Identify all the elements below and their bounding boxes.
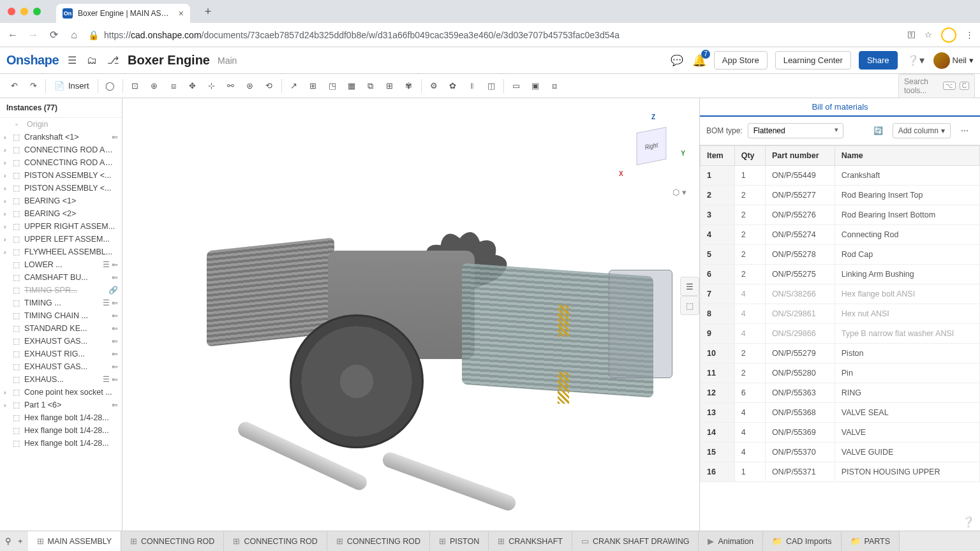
tool-icon[interactable]: ✿ — [444, 77, 462, 95]
tool-icon[interactable]: ⊞ — [381, 77, 399, 95]
bom-row[interactable]: 11ON/P/55449Crankshaft — [701, 166, 980, 186]
expand-icon[interactable]: › — [4, 236, 10, 243]
expand-icon[interactable]: › — [4, 159, 10, 166]
tree-item[interactable]: ›⬚BEARING <1> — [0, 195, 122, 207]
forward-icon[interactable]: → — [27, 29, 40, 41]
gear-icon[interactable]: ⚙ — [425, 77, 443, 95]
expand-icon[interactable]: › — [4, 402, 10, 409]
bom-row[interactable]: 62ON/P/55275Linking Arm Bushing — [701, 265, 980, 284]
tree-item[interactable]: ›⬚PISTON ASSEMBLY <... — [0, 182, 122, 195]
tool-icon[interactable]: ◫ — [482, 77, 500, 95]
expand-icon[interactable]: › — [4, 249, 10, 256]
add-column-button[interactable]: Add column ▾ — [893, 123, 951, 138]
url-field[interactable]: 🔒 https://cad.onshape.com/documents/73ca… — [88, 30, 900, 40]
tool-icon[interactable]: ▣ — [526, 77, 544, 95]
browser-tab[interactable]: On Boxer Engine | MAIN ASSEMBL × — [56, 4, 190, 23]
maximize-window-icon[interactable] — [33, 8, 41, 15]
expand-icon[interactable]: › — [4, 185, 10, 192]
app-store-button[interactable]: App Store — [714, 51, 768, 70]
tree-item[interactable]: ⬚TIMING ...☰ ⇐ — [0, 297, 122, 309]
help-corner-icon[interactable]: ❔ — [962, 516, 975, 528]
bottom-tab[interactable]: ⊞CONNECTING ROD — [327, 531, 430, 551]
kebab-menu-icon[interactable]: ⋮ — [965, 30, 974, 40]
bom-row[interactable]: 126ON/P/55363RING — [701, 383, 980, 403]
bottom-tab[interactable]: ⊞CONNECTING ROD — [224, 531, 327, 551]
bom-row[interactable]: 161ON/P/55371PISTON HOUSING UPPER — [701, 462, 980, 482]
search-tools-input[interactable]: Search tools... ⌥C — [898, 74, 975, 98]
tool-icon[interactable]: ◳ — [323, 77, 341, 95]
notification-bell-icon[interactable]: 🔔7 — [692, 54, 706, 68]
new-tab-button[interactable]: + — [199, 3, 217, 20]
tree-item[interactable]: ⬚Hex flange bolt 1/4-28... — [0, 437, 122, 450]
tool-icon[interactable]: ▦ — [343, 77, 360, 95]
home-icon[interactable]: ⌂ — [68, 29, 80, 41]
bottom-tab[interactable]: ▶Animation — [699, 531, 763, 551]
tree-item[interactable]: ›⬚Part 1 <6>⇐ — [0, 399, 122, 411]
share-button[interactable]: Share — [859, 51, 898, 70]
tree-item[interactable]: ›⬚FLYWHEEL ASSEMBL... — [0, 246, 122, 258]
tree-item[interactable]: ›⬚CONNECTING ROD AS... — [0, 156, 122, 169]
tree-item[interactable]: ⬚EXHAUST RIG...⇐ — [0, 348, 122, 360]
tree-item[interactable]: ⬚EXHAUS...☰ ⇐ — [0, 373, 122, 386]
tool-icon[interactable]: ⧇ — [165, 77, 182, 95]
bom-row[interactable]: 22ON/P/55277Rod Bearing Insert Top — [701, 186, 980, 205]
back-icon[interactable]: ← — [6, 29, 19, 41]
bottom-tab[interactable]: ⊞PISTON — [430, 531, 489, 551]
view-cube[interactable]: Right Z Y X — [616, 111, 687, 181]
tool-icon[interactable]: ⦀ — [463, 77, 481, 95]
tool-icon[interactable]: ✥ — [184, 77, 202, 95]
bom-row[interactable]: 112ON/P/55280Pin — [701, 364, 980, 383]
tool-icon[interactable]: ⧉ — [362, 77, 380, 95]
tool-icon[interactable]: ✾ — [400, 77, 418, 95]
insert-button[interactable]: 📄Insert — [49, 78, 94, 93]
onshape-logo[interactable]: Onshape — [6, 53, 59, 68]
tree-item[interactable]: ⬚Hex flange bolt 1/4-28... — [0, 411, 122, 424]
col-part-number[interactable]: Part number — [765, 146, 835, 166]
bottom-tab[interactable]: ⊞CRANKSHAFT — [489, 531, 572, 551]
tree-item[interactable]: ⬚CAMSHAFT BU...⇐ — [0, 271, 122, 284]
tree-item[interactable]: ⬚Hex flange bolt 1/4-28... — [0, 424, 122, 437]
bottom-tab[interactable]: ⊞CONNECTING ROD — [121, 531, 224, 551]
expand-icon[interactable]: › — [4, 223, 10, 230]
expand-icon[interactable]: › — [4, 134, 10, 141]
tab-overview-icon[interactable]: ⚲ — [5, 536, 11, 546]
menu-icon[interactable]: ☰ — [66, 53, 78, 68]
tool-icon[interactable]: ◯ — [101, 77, 119, 95]
tool-icon[interactable]: ⊕ — [145, 77, 163, 95]
tool-icon[interactable]: ⊞ — [304, 77, 322, 95]
bom-row[interactable]: 32ON/P/55276Rod Bearing Insert Bottom — [701, 205, 980, 225]
tree-item[interactable]: ›⬚Cone point hex socket ... — [0, 386, 122, 399]
tree-item[interactable]: ⬚TIMING CHAIN ...⇐ — [0, 309, 122, 322]
undo-icon[interactable]: ↶ — [5, 77, 23, 95]
tree-icon[interactable]: 🗂 — [85, 54, 98, 68]
col-qty[interactable]: Qty — [734, 146, 765, 166]
bom-row[interactable]: 154ON/P/55370VALVE GUIDE — [701, 443, 980, 462]
close-window-icon[interactable] — [8, 8, 15, 15]
tree-item[interactable]: ⬚TIMING SPR...🔗 — [0, 284, 122, 297]
bom-row[interactable]: 74ON/S/38266Hex flange bolt ANSI — [701, 284, 980, 304]
bom-refresh-icon[interactable]: 🔄 — [870, 122, 887, 140]
tab-close-icon[interactable]: × — [179, 8, 184, 18]
tool-icon[interactable]: ⧈ — [546, 77, 563, 95]
branch-icon[interactable]: ⎇ — [106, 53, 120, 68]
minimize-window-icon[interactable] — [20, 8, 28, 15]
tree-item[interactable]: ›⬚UPPER LEFT ASSEM... — [0, 233, 122, 246]
view-cube-dropdown-icon[interactable]: ⬡ ▾ — [672, 187, 687, 197]
tree-item[interactable]: ›⬚Crankshaft <1>⇐ — [0, 131, 122, 143]
expand-icon[interactable]: › — [4, 389, 10, 396]
tree-item[interactable]: ›⬚PISTON ASSEMBLY <... — [0, 169, 122, 182]
profile-avatar-icon[interactable] — [941, 27, 956, 43]
help-icon[interactable]: ❔▾ — [905, 53, 926, 68]
document-name[interactable]: Boxer Engine — [128, 53, 210, 68]
tree-item[interactable]: ⬚LOWER ...☰ ⇐ — [0, 258, 122, 271]
comment-icon[interactable]: 💬 — [669, 53, 685, 68]
tool-icon[interactable]: ⟲ — [260, 77, 278, 95]
3d-canvas[interactable]: Right Z Y X ⬡ ▾ ☰ ⬚ — [122, 98, 699, 531]
tool-icon[interactable]: ▭ — [507, 77, 525, 95]
bom-row[interactable]: 94ON/S/29866Type B narrow flat washer AN… — [701, 324, 980, 344]
tree-item[interactable]: ›⬚BEARING <2> — [0, 207, 122, 220]
tree-item[interactable]: ›⬚CONNECTING ROD AS... — [0, 143, 122, 156]
bom-type-select[interactable]: Flattened — [748, 123, 843, 138]
redo-icon[interactable]: ↷ — [24, 77, 42, 95]
bom-row[interactable]: 144ON/P/55369VALVE — [701, 423, 980, 443]
